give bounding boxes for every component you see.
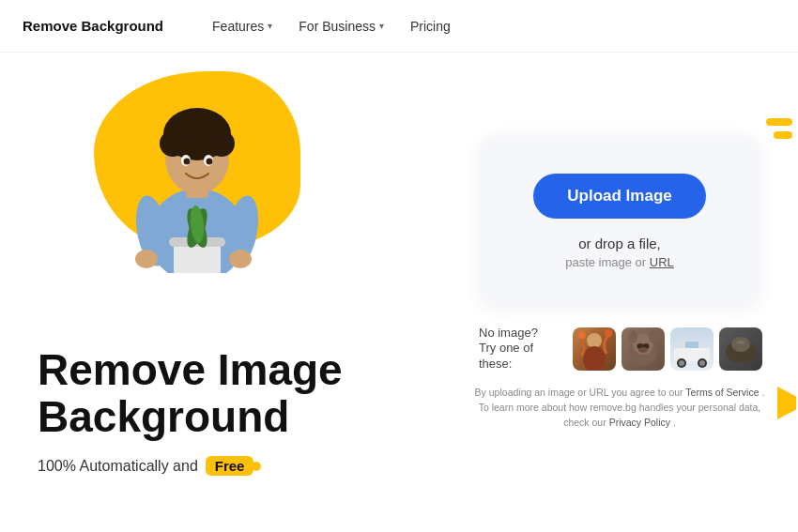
- nav-item-features[interactable]: Features ▾: [201, 13, 284, 39]
- svg-point-28: [628, 330, 637, 343]
- hero-title: Remove Image Background: [38, 346, 343, 441]
- deco-yellow-top: [766, 118, 792, 139]
- svg-point-29: [649, 330, 658, 343]
- deco-dash-2: [774, 131, 792, 139]
- svg-point-35: [679, 360, 684, 366]
- upload-section: Upload Image or drop a file, paste image…: [441, 53, 798, 532]
- svg-rect-38: [685, 342, 698, 348]
- svg-point-22: [587, 333, 602, 348]
- chevron-down-icon: ▾: [268, 21, 272, 31]
- sample-images: [573, 327, 762, 371]
- nav-features-label: Features: [212, 19, 264, 34]
- hero-section: Remove Image Background 100% Automatical…: [0, 53, 441, 532]
- drop-text: or drop a file,: [578, 236, 661, 251]
- terms-of-service-link[interactable]: Terms of Service: [685, 387, 759, 398]
- nav-item-forbusiness[interactable]: For Business ▾: [287, 13, 395, 39]
- svg-point-15: [135, 250, 158, 268]
- nav-item-pricing[interactable]: Pricing: [399, 13, 462, 39]
- sample-thumb-2[interactable]: [622, 327, 665, 371]
- nav-pricing-label: Pricing: [410, 19, 451, 34]
- svg-point-32: [638, 347, 648, 353]
- samples-label: No image? Try one of these:: [479, 326, 563, 373]
- svg-point-23: [583, 346, 606, 371]
- svg-point-10: [184, 159, 191, 165]
- svg-point-16: [229, 250, 252, 268]
- deco-yellow-side: [777, 387, 796, 419]
- svg-point-25: [605, 329, 612, 337]
- privacy-policy-link[interactable]: Privacy Policy: [609, 417, 670, 428]
- svg-point-37: [699, 360, 705, 366]
- chevron-down-icon: ▾: [379, 21, 384, 31]
- sample-thumb-4[interactable]: [719, 327, 762, 371]
- main-content: Remove Image Background 100% Automatical…: [0, 53, 798, 532]
- svg-point-8: [185, 113, 209, 137]
- drop-sub-text: paste image or URL: [565, 255, 674, 269]
- sample-thumb-1[interactable]: [573, 327, 616, 371]
- nav-items: Features ▾ For Business ▾ Pricing: [201, 13, 462, 39]
- hero-subtitle: 100% Automatically and Free: [38, 456, 343, 476]
- svg-point-12: [207, 159, 213, 165]
- url-link[interactable]: URL: [650, 255, 674, 269]
- nav-logo[interactable]: Remove Background: [23, 18, 163, 34]
- upload-card: Upload Image or drop a file, paste image…: [479, 136, 760, 307]
- navbar: Remove Background Features ▾ For Busines…: [0, 0, 798, 53]
- svg-rect-41: [737, 341, 744, 344]
- hero-text-block: Remove Image Background 100% Automatical…: [38, 346, 343, 476]
- hero-person-image: [103, 67, 291, 273]
- svg-point-24: [578, 331, 586, 339]
- terms-text: By uploading an image or URL you agree t…: [474, 386, 765, 430]
- sample-thumb-3[interactable]: [670, 327, 714, 371]
- samples-section: No image? Try one of these:: [479, 326, 760, 373]
- nav-forbusiness-label: For Business: [299, 19, 376, 34]
- deco-dash-1: [766, 118, 792, 126]
- upload-image-button[interactable]: Upload Image: [533, 174, 705, 219]
- free-badge: Free: [206, 456, 254, 476]
